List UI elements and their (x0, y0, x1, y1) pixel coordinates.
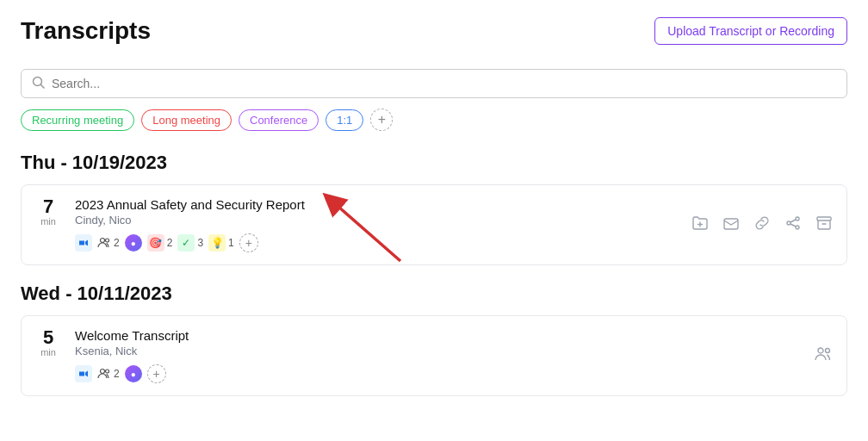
bulb-icon: 💡 (208, 234, 226, 252)
add-filter-button[interactable]: + (370, 109, 393, 131)
date-heading-thu: Thu - 10/19/2023 (21, 152, 847, 174)
section-thu: Thu - 10/19/2023 7 min 2023 Annual Safet… (21, 152, 847, 265)
page-title: Transcripts (21, 17, 151, 45)
link-icon[interactable] (753, 214, 771, 236)
duration-number-welcome: 5 (43, 328, 53, 347)
zoom-icon-welcome (75, 365, 92, 382)
add-badge-button[interactable]: + (239, 233, 258, 252)
transcript-card-welcome: 5 min Welcome Transcript Ksenia, Nick 2 … (21, 315, 847, 396)
filter-tags: Recurring meeting Long meeting Conferenc… (21, 109, 847, 131)
tomato-badge: 🎯 2 (147, 234, 173, 252)
folder-plus-icon[interactable] (691, 214, 709, 236)
people-count-welcome: 2 (114, 368, 120, 380)
filter-long-meeting[interactable]: Long meeting (141, 109, 232, 131)
filter-one-on-one[interactable]: 1:1 (326, 109, 363, 131)
svg-line-12 (790, 220, 796, 222)
bulb-count: 1 (228, 237, 234, 249)
card-badges-welcome: 2 ● + (75, 364, 189, 383)
duration-welcome: 5 min (35, 328, 61, 357)
search-input[interactable] (52, 77, 836, 90)
duration-unit-welcome: min (40, 347, 56, 357)
date-heading-wed: Wed - 10/11/2023 (21, 283, 847, 305)
bulb-badge: 💡 1 (208, 234, 234, 252)
people-group-icon[interactable] (814, 345, 833, 368)
card-participants-safety: Cindy, Nico (75, 214, 305, 227)
filter-conference[interactable]: Conference (239, 109, 319, 131)
duration-safety: 7 min (35, 197, 61, 227)
purple-badge: ● (125, 234, 142, 252)
check-badge: ✓ 3 (177, 234, 203, 252)
mail-icon[interactable] (722, 214, 740, 236)
card-badges-safety: 2 ● 🎯 2 ✓ 3 💡 (75, 233, 305, 252)
people-badge: 2 (97, 236, 120, 250)
add-badge-button-welcome[interactable]: + (147, 364, 166, 383)
svg-rect-14 (817, 217, 831, 220)
check-count: 3 (197, 237, 203, 249)
svg-point-3 (101, 239, 105, 243)
svg-point-11 (787, 221, 790, 225)
card-title-welcome: Welcome Transcript (75, 328, 189, 343)
card-actions-welcome (814, 345, 833, 368)
people-badge-welcome: 2 (97, 367, 120, 381)
check-icon: ✓ (177, 234, 195, 252)
card-actions-safety (691, 214, 833, 236)
search-icon (32, 76, 45, 91)
card-participants-welcome: Ksenia, Nick (75, 345, 189, 357)
purple-badge-welcome: ● (125, 365, 142, 382)
zoom-icon (75, 234, 92, 252)
svg-line-13 (790, 224, 796, 227)
annotation-arrow (306, 192, 409, 273)
share-icon[interactable] (784, 214, 802, 236)
duration-unit: min (40, 216, 56, 227)
search-bar (21, 69, 847, 98)
svg-point-19 (826, 348, 830, 352)
filter-recurring-meeting[interactable]: Recurring meeting (21, 109, 134, 131)
section-wed: Wed - 10/11/2023 5 min Welcome Transcrip… (21, 283, 847, 396)
svg-point-17 (106, 370, 109, 373)
svg-line-1 (41, 85, 45, 89)
card-title-safety: 2023 Annual Safety and Security Report (75, 197, 305, 212)
svg-point-10 (796, 226, 799, 229)
svg-point-9 (796, 217, 799, 220)
upload-transcript-button[interactable]: Upload Transcript or Recording (654, 17, 847, 45)
svg-rect-8 (724, 219, 738, 229)
svg-point-16 (101, 370, 105, 374)
svg-point-18 (818, 348, 823, 353)
tomato-count: 2 (167, 237, 173, 249)
tomato-icon: 🎯 (147, 234, 164, 252)
transcript-card-safety: 7 min 2023 Annual Safety and Security Re… (21, 184, 847, 265)
duration-number: 7 (43, 197, 53, 216)
svg-point-4 (106, 239, 109, 242)
archive-icon[interactable] (815, 214, 833, 236)
people-count: 2 (114, 237, 120, 249)
